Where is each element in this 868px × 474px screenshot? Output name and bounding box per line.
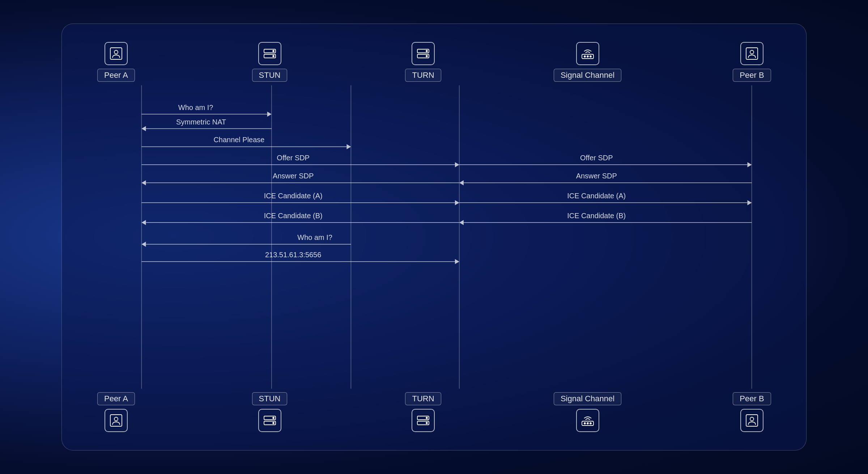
actor-stun-top: STUN [244, 42, 295, 82]
actor-stun-bottom: STUN [244, 392, 295, 432]
peer-a-icon-top [105, 42, 128, 65]
msg-ice-a-label: ICE Candidate (A) [264, 192, 323, 200]
svg-point-31 [750, 417, 754, 421]
turn-icon-bottom [412, 409, 435, 432]
svg-point-15 [750, 50, 754, 54]
diagram-container: Peer A STUN [61, 24, 807, 450]
svg-point-27 [584, 423, 586, 424]
actor-signal-top: Signal Channel [552, 42, 624, 82]
msg-who-am-i-2-arrow [141, 242, 146, 247]
actors-bottom: Peer A STUN TUR [91, 392, 777, 432]
peer-b-label-top: Peer B [733, 69, 771, 82]
actor-turn-top: TURN [398, 42, 448, 82]
msg-ip-label: 213.51.61.3:5656 [265, 251, 321, 259]
svg-point-17 [114, 417, 118, 421]
peer-b-icon-top [740, 42, 763, 65]
peer-b-label-bottom: Peer B [733, 392, 771, 405]
msg-answer-sdp-b-arrow [459, 180, 464, 185]
svg-point-3 [273, 50, 274, 52]
msg-answer-sdp-arrow [141, 180, 146, 185]
stun-label-top: STUN [252, 69, 288, 82]
svg-rect-0 [110, 48, 122, 59]
stun-icon-bottom [258, 409, 281, 432]
actors-top: Peer A STUN [91, 42, 777, 82]
svg-point-28 [587, 423, 588, 424]
svg-rect-16 [110, 415, 122, 426]
msg-offer-sdp-label: Offer SDP [277, 154, 310, 162]
svg-point-12 [587, 56, 588, 57]
svg-rect-14 [746, 48, 758, 59]
svg-point-23 [426, 417, 427, 419]
msg-sym-nat-arrow [141, 126, 146, 131]
signal-label-top: Signal Channel [554, 69, 621, 82]
msg-ice-b-b-arrow [459, 220, 464, 225]
msg-ice-b-label: ICE Candidate (B) [264, 212, 323, 220]
actor-peer-a-bottom: Peer A [91, 392, 141, 432]
actor-turn-bottom: TURN [398, 392, 448, 432]
peer-a-label-bottom: Peer A [97, 392, 135, 405]
signal-icon-top [576, 42, 599, 65]
svg-point-19 [273, 417, 274, 419]
peer-b-icon-bottom [740, 409, 763, 432]
msg-ice-b-b-label: ICE Candidate (B) [567, 212, 626, 220]
svg-point-29 [590, 423, 591, 424]
sequence-svg: Who am I? Symmetric NAT Channel Please O… [62, 24, 806, 450]
actor-peer-a-top: Peer A [91, 42, 141, 82]
turn-label-top: TURN [405, 69, 441, 82]
svg-rect-30 [746, 415, 758, 426]
msg-answer-sdp-label: Answer SDP [273, 172, 314, 180]
stun-label-bottom: STUN [252, 392, 288, 405]
actor-peer-b-bottom: Peer B [727, 392, 777, 432]
msg-offer-sdp-b-label: Offer SDP [580, 154, 613, 162]
msg-offer-sdp-b-arrow [748, 162, 752, 167]
signal-label-bottom: Signal Channel [554, 392, 621, 405]
svg-point-13 [590, 56, 591, 57]
msg-ip-arrow [455, 259, 459, 264]
peer-a-label-top: Peer A [97, 69, 135, 82]
msg-sym-nat-label: Symmetric NAT [176, 118, 226, 126]
msg-who-am-i-2-label: Who am I? [297, 233, 332, 241]
msg-ice-b-arrow [141, 220, 146, 225]
signal-icon-bottom [576, 409, 599, 432]
turn-label-bottom: TURN [405, 392, 441, 405]
msg-ice-a-b-label: ICE Candidate (A) [567, 192, 626, 200]
msg-who-am-i-label: Who am I? [178, 103, 213, 111]
peer-a-icon-bottom [105, 409, 128, 432]
svg-point-9 [426, 55, 427, 57]
svg-point-7 [426, 50, 427, 52]
msg-channel-please-label: Channel Please [213, 136, 264, 144]
svg-point-11 [584, 56, 586, 57]
actor-peer-b-top: Peer B [727, 42, 777, 82]
msg-ice-a-arrow [455, 200, 459, 205]
turn-icon-top [412, 42, 435, 65]
msg-channel-please-arrow [346, 144, 351, 149]
stun-icon-top [258, 42, 281, 65]
msg-ice-a-b-arrow [748, 200, 752, 205]
msg-answer-sdp-b-label: Answer SDP [576, 172, 617, 180]
svg-point-21 [273, 422, 274, 424]
svg-point-1 [114, 50, 118, 54]
msg-who-am-i-arrow [267, 112, 272, 117]
actor-signal-bottom: Signal Channel [552, 392, 624, 432]
msg-offer-sdp-arrow [455, 162, 459, 167]
svg-point-5 [273, 55, 274, 57]
svg-point-25 [426, 422, 427, 424]
